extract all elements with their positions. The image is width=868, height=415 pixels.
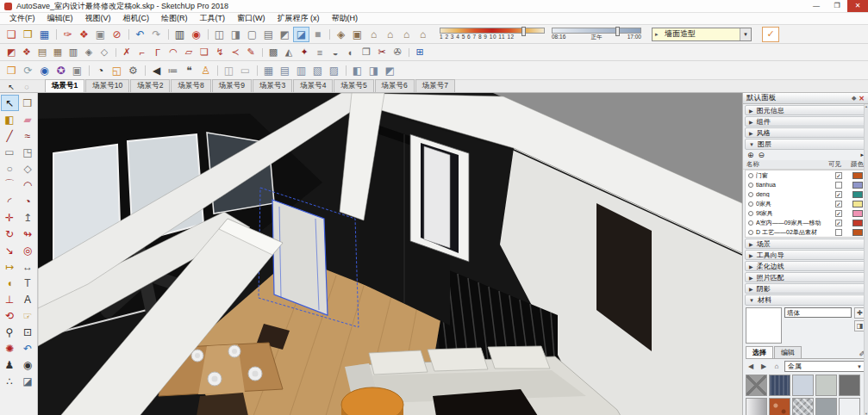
plugin-diamond-button[interactable]: ◇ <box>97 46 112 59</box>
plugin-star-button[interactable]: ✦ <box>297 46 312 59</box>
pie-tool[interactable]: ◔ <box>19 193 37 209</box>
dock-right-button[interactable]: ◨ <box>365 63 382 78</box>
scene-tab[interactable]: 场景号9 <box>212 79 252 92</box>
delete-button[interactable]: ⊘ <box>109 27 125 42</box>
pin-star-button[interactable]: ✪ <box>53 63 69 78</box>
layout-window-4-button[interactable]: ▧ <box>309 63 326 78</box>
clipboard-button[interactable]: ▣ <box>92 27 109 42</box>
tray-section-materials[interactable]: ▼ 材料 <box>745 294 866 306</box>
material-swatch[interactable] <box>792 398 814 415</box>
scroll-down-icon[interactable]: ▼ <box>865 412 868 415</box>
layer-color-chip[interactable] <box>852 201 863 208</box>
menu-item[interactable]: 窗口(W) <box>231 13 272 24</box>
vray-settings-button[interactable]: ⚙ <box>125 63 141 78</box>
tray-section-header[interactable]: ▶ 工具向导 <box>745 250 866 260</box>
make-component-tool[interactable]: ❒ <box>19 95 37 111</box>
pin-icon[interactable]: ◆ <box>852 95 856 102</box>
tray-scrollbar[interactable]: ▲ ▼ <box>864 104 868 415</box>
select-tool[interactable]: ↖ <box>1 95 19 111</box>
style-wireframe-button[interactable]: ▢ <box>244 27 260 42</box>
tab-select-icon[interactable]: ↖ <box>3 81 19 92</box>
back-arrow-icon[interactable]: ◀ <box>746 362 756 372</box>
plugin-cleanup-button[interactable]: ✗ <box>119 46 134 59</box>
circle-tool[interactable]: ○ <box>1 160 19 177</box>
layout-window-3-button[interactable]: ▥ <box>293 63 309 78</box>
rotate-tool[interactable]: ↻ <box>1 226 19 242</box>
materials-tab[interactable]: 编辑 <box>774 346 802 358</box>
menu-item[interactable]: 工具(T) <box>194 13 232 24</box>
tray-section-header[interactable]: ▶ 组件 <box>745 116 866 127</box>
view-top-button[interactable]: ▣ <box>349 27 365 42</box>
disabled-import-button[interactable]: ◫ <box>221 63 237 78</box>
layer-color-chip[interactable] <box>852 182 863 189</box>
layer-radio[interactable] <box>748 230 753 235</box>
plugin-rows-button[interactable]: ▥ <box>66 46 81 59</box>
material-swatch[interactable] <box>769 375 790 396</box>
orbit-tool[interactable]: ⟲ <box>1 307 19 324</box>
tray-section-layers[interactable]: ▼ 图层 <box>745 139 866 150</box>
scroll-up-icon[interactable]: ▲ <box>865 104 868 108</box>
close-button[interactable]: ✕ <box>847 0 868 12</box>
view-front-button[interactable]: ⌂ <box>365 27 382 42</box>
sync-button[interactable]: ◉ <box>36 63 53 78</box>
plugin-plane-button[interactable]: ▱ <box>181 46 197 59</box>
style-back-edges-button[interactable]: ◨ <box>228 27 244 42</box>
layer-visible-checkbox[interactable] <box>835 220 842 226</box>
layer-visible-checkbox[interactable] <box>835 210 842 217</box>
pan-tool[interactable]: ☞ <box>19 307 37 324</box>
chevron-down-icon[interactable]: ▼ <box>740 28 751 40</box>
forward-arrow-icon[interactable]: ▶ <box>759 362 769 372</box>
plugin-wall-button[interactable]: ❖ <box>19 46 34 59</box>
open-button[interactable]: ❒ <box>20 27 36 42</box>
refresh-button[interactable]: ⟳ <box>20 63 36 78</box>
export-box-button[interactable]: ❒ <box>3 63 20 78</box>
material-swatch[interactable] <box>839 398 860 415</box>
material-swatch[interactable] <box>746 375 767 396</box>
position-camera-tool[interactable]: ♟ <box>1 356 19 373</box>
freehand-tool[interactable]: ≈ <box>19 127 37 144</box>
menu-item[interactable]: 绘图(R) <box>155 13 194 24</box>
rotated-rectangle-tool[interactable]: ◳ <box>19 144 37 160</box>
speaker-button[interactable]: ◀ <box>148 63 165 78</box>
menu-item[interactable]: 帮助(H) <box>326 13 365 24</box>
zoom-tool[interactable]: ⚲ <box>1 324 19 340</box>
protractor-tool[interactable]: ◖ <box>1 275 19 291</box>
layer-radio[interactable] <box>748 220 753 226</box>
layout-window-2-button[interactable]: ▤ <box>277 63 293 78</box>
plugin-copy-button[interactable]: ❐ <box>359 46 374 59</box>
tray-section-header[interactable]: ▶ 风格 <box>745 127 866 138</box>
layer-radio[interactable] <box>748 201 753 207</box>
push-pull-tool[interactable]: ↥ <box>19 209 37 226</box>
menu-item[interactable]: 相机(C) <box>117 13 156 24</box>
viewport[interactable] <box>38 93 742 415</box>
dimension-tool[interactable]: ↔ <box>19 258 37 275</box>
add-layer-button[interactable]: ⊕ <box>747 151 754 159</box>
maximize-button[interactable]: ❐ <box>827 0 847 12</box>
layer-visible-checkbox[interactable] <box>835 201 842 208</box>
layer-color-chip[interactable] <box>852 191 863 198</box>
layer-visible-checkbox[interactable] <box>835 191 842 198</box>
3d-text-tool[interactable]: A <box>19 291 37 307</box>
axes-tool[interactable]: ⊥ <box>1 291 19 307</box>
plugin-half-button[interactable]: ◒ <box>328 46 343 59</box>
style-monochrome-button[interactable]: ■ <box>309 27 326 42</box>
plugin-draw-button[interactable]: ✎ <box>243 46 259 59</box>
layer-radio[interactable] <box>748 173 753 178</box>
plugin-arc-button[interactable]: ◠ <box>165 46 181 59</box>
scene-tab[interactable]: 场景号4 <box>293 79 333 92</box>
view-right-button[interactable]: ⌂ <box>382 27 398 42</box>
scene-tab[interactable]: 场景号10 <box>85 79 129 92</box>
plugin-corner-button[interactable]: ⌐ <box>134 46 150 59</box>
plugin-bolt-button[interactable]: ↯ <box>212 46 228 59</box>
layer-visible-checkbox[interactable] <box>835 172 842 179</box>
plugin-box-button[interactable]: ❏ <box>197 46 212 59</box>
style-shaded-button[interactable]: ◩ <box>277 27 293 42</box>
material-swatch[interactable] <box>839 375 860 396</box>
remove-layer-button[interactable]: ⊖ <box>759 151 765 159</box>
scene-tab[interactable]: 场景号8 <box>171 79 210 92</box>
offset-tool[interactable]: ◎ <box>19 242 37 258</box>
layer-row[interactable]: 门窗 <box>746 170 865 180</box>
layer-color-chip[interactable] <box>852 210 863 217</box>
view-back-button[interactable]: ⌂ <box>398 27 415 42</box>
layout-window-1-button[interactable]: ▦ <box>260 63 277 78</box>
